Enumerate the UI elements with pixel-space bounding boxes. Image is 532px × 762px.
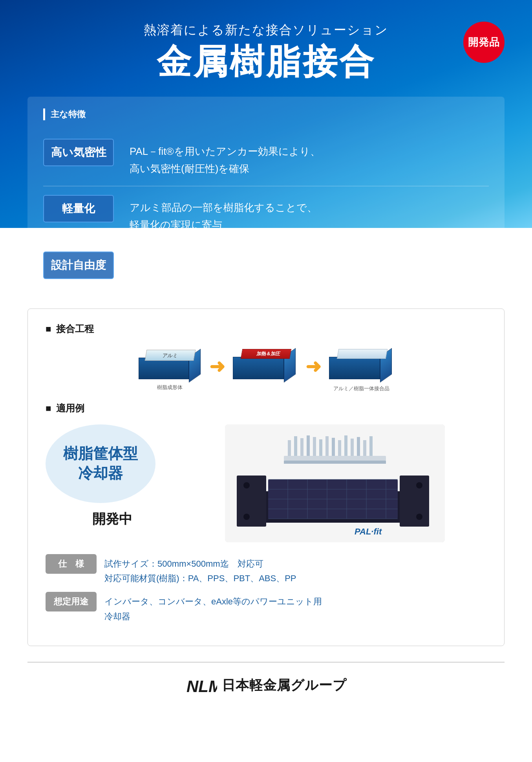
- spec-tag-1: 仕 様: [46, 554, 97, 574]
- arrow-1: ➜: [209, 357, 225, 376]
- process-step-2: 加熱＆加圧: [233, 349, 298, 390]
- cooler-bubble: 樹脂筐体型冷却器: [46, 424, 155, 503]
- header-section: 熱溶着による新たな接合ソリューション 金属樹脂接合 開発品: [27, 0, 505, 93]
- nlm-logo: NLM 日本軽金属グループ: [186, 674, 347, 696]
- spec-row-1: 仕 様 試作サイズ：500mm×500mm迄 対応可対応可能材質(樹脂)：PA、…: [46, 554, 486, 586]
- svg-text:NLM: NLM: [186, 677, 217, 696]
- features-section: 主な特徴 高い気密性 PAL－fit®を用いたアンカー効果により、高い気密性(耐…: [27, 97, 505, 293]
- heat-top-face: 加熱＆加圧: [240, 349, 291, 359]
- app-left: 樹脂筐体型冷却器 開発中: [46, 424, 171, 528]
- main-title: 金属樹脂接合: [27, 43, 505, 81]
- svg-rect-6: [313, 437, 316, 456]
- product-svg: PAL·fit: [225, 424, 445, 542]
- feature-text-3: 射出成形では困難な中空形状を実現: [130, 252, 294, 273]
- feature-tag-3: 設計自由度: [43, 252, 114, 279]
- company-name: 日本軽金属グループ: [222, 676, 347, 694]
- feature-text-1: PAL－fit®を用いたアンカー効果により、高い気密性(耐圧性)を確保: [130, 139, 320, 177]
- spec-section: 仕 様 試作サイズ：500mm×500mm迄 対応可対応可能材質(樹脂)：PA、…: [46, 554, 486, 624]
- final-front-face: [329, 357, 380, 379]
- svg-text:PAL·fit: PAL·fit: [355, 527, 382, 536]
- feature-tag-1: 高い気密性: [43, 139, 114, 166]
- spec-text-1: 試作サイズ：500mm×500mm迄 対応可対応可能材質(樹脂)：PA、PPS、…: [104, 554, 296, 586]
- alu-front-face: [139, 358, 189, 379]
- svg-rect-1: [284, 456, 386, 461]
- final-block: アルミ／樹脂一体接合品: [329, 349, 394, 390]
- feature-row-3: 設計自由度 射出成形では困難な中空形状を実現: [43, 243, 489, 279]
- features-label: 主な特徴: [43, 108, 489, 120]
- process-flow: アルミ 樹脂成形体 ➜ 加熱＆加圧: [46, 345, 486, 390]
- spec-text-2: インバータ、コンバータ、eAxle等のパワーユニット用冷却器: [104, 592, 322, 624]
- application-heading: 適用例: [46, 402, 486, 415]
- svg-point-24: [416, 514, 422, 520]
- spec-tag-2: 想定用途: [46, 592, 97, 611]
- dev-status: 開発中: [53, 510, 171, 528]
- svg-rect-11: [344, 435, 347, 456]
- svg-rect-9: [332, 438, 335, 456]
- bottom-section: 接合工程 アルミ 樹脂成形体 ➜: [27, 308, 505, 646]
- svg-rect-20: [400, 476, 429, 527]
- svg-rect-13: [357, 437, 360, 456]
- svg-rect-19: [237, 476, 266, 527]
- feature-text-2: アルミ部品の一部を樹脂化することで、軽量化の実現に寄与: [130, 195, 317, 233]
- application-section: 適用例 樹脂筐体型冷却器 開発中: [46, 402, 486, 542]
- final-label: アルミ／樹脂一体接合品: [333, 385, 389, 392]
- svg-rect-2: [288, 440, 291, 456]
- svg-rect-5: [307, 435, 310, 456]
- svg-rect-15: [369, 436, 373, 456]
- process-heading: 接合工程: [46, 323, 486, 335]
- svg-rect-16: [284, 461, 386, 464]
- alu-block: アルミ 樹脂成形体: [139, 350, 201, 389]
- process-step-1: アルミ 樹脂成形体: [139, 350, 201, 389]
- spec-row-2: 想定用途 インバータ、コンバータ、eAxle等のパワーユニット用冷却器: [46, 592, 486, 624]
- svg-rect-8: [325, 436, 329, 456]
- feature-row-2: 軽量化 アルミ部品の一部を樹脂化することで、軽量化の実現に寄与: [43, 186, 489, 242]
- svg-rect-12: [351, 439, 354, 456]
- feature-row-1: 高い気密性 PAL－fit®を用いたアンカー効果により、高い気密性(耐圧性)を確…: [43, 130, 489, 186]
- dev-badge: 開発品: [463, 22, 505, 63]
- svg-rect-3: [294, 436, 297, 456]
- alu-label-top: アルミ: [162, 352, 178, 359]
- app-right: PAL·fit: [183, 424, 486, 542]
- footer: NLM 日本軽金属グループ: [27, 662, 505, 712]
- heat-front-face: [233, 357, 284, 379]
- svg-rect-14: [363, 440, 366, 456]
- final-top-face: [336, 349, 387, 359]
- svg-point-23: [243, 514, 250, 520]
- process-step-3: アルミ／樹脂一体接合品: [329, 349, 394, 390]
- heat-block: 加熱＆加圧: [233, 349, 298, 390]
- alu-label-bottom: 樹脂成形体: [157, 384, 183, 391]
- feature-tag-2: 軽量化: [43, 195, 114, 222]
- process-box: 接合工程 アルミ 樹脂成形体 ➜: [27, 308, 505, 646]
- heat-label: 加熱＆加圧: [256, 351, 281, 357]
- alu-top-face: アルミ: [144, 350, 196, 361]
- arrow-2: ➜: [305, 357, 321, 376]
- nlm-mark-svg: NLM: [186, 674, 217, 696]
- app-content: 樹脂筐体型冷却器 開発中: [46, 424, 486, 542]
- svg-rect-4: [300, 438, 303, 456]
- svg-rect-10: [338, 440, 341, 456]
- subtitle: 熱溶着による新たな接合ソリューション: [27, 22, 505, 39]
- svg-rect-7: [319, 439, 322, 456]
- svg-point-21: [243, 482, 250, 488]
- svg-point-22: [416, 482, 422, 488]
- product-image: PAL·fit: [225, 424, 445, 542]
